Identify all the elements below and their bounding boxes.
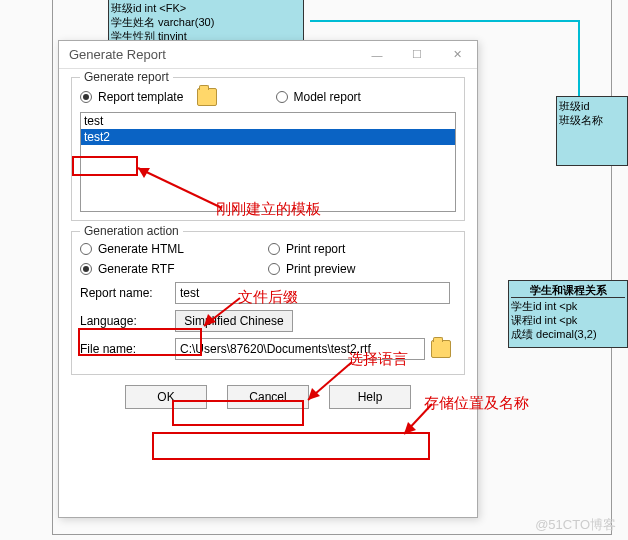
db-entity-student: 班级id int <FK> 学生姓名 varchar(30) 学生性别 tiny…: [108, 0, 304, 43]
minimize-button[interactable]: —: [357, 41, 397, 69]
db-row: 成绩 decimal(3,2): [511, 327, 625, 341]
db-row: 班级id int <FK>: [111, 1, 301, 15]
radio-label: Model report: [294, 90, 361, 104]
db-row: 课程id int <pk: [511, 313, 625, 327]
db-row: 学生id int <pk: [511, 299, 625, 313]
ok-button[interactable]: OK: [125, 385, 207, 409]
db-row: 班级id: [559, 99, 625, 113]
db-row: 班级名称: [559, 113, 625, 127]
maximize-button[interactable]: ☐: [397, 41, 437, 69]
report-name-label: Report name:: [80, 286, 175, 300]
file-name-input[interactable]: [175, 338, 425, 360]
dialog-title: Generate Report: [69, 47, 166, 62]
radio-print-preview[interactable]: [268, 263, 280, 275]
db-entity-title: 学生和课程关系: [511, 283, 625, 298]
list-item[interactable]: test2: [81, 129, 455, 145]
browse-folder-icon[interactable]: [431, 340, 451, 358]
language-label: Language:: [80, 314, 175, 328]
report-name-input[interactable]: [175, 282, 450, 304]
db-entity-class: 班级id 班级名称: [556, 96, 628, 166]
generation-action-group: Generation action Generate HTML Print re…: [71, 231, 465, 375]
db-row: 学生姓名 varchar(30): [111, 15, 301, 29]
db-entity-relation: 学生和课程关系 学生id int <pk 课程id int <pk 成绩 dec…: [508, 280, 628, 348]
list-item[interactable]: test: [81, 113, 455, 129]
relation-arrow: [578, 20, 580, 98]
radio-label: Print preview: [286, 262, 355, 276]
help-button[interactable]: Help: [329, 385, 411, 409]
radio-report-template[interactable]: [80, 91, 92, 103]
language-input[interactable]: [175, 310, 293, 332]
radio-generate-html[interactable]: [80, 243, 92, 255]
watermark: @51CTO博客: [535, 516, 616, 534]
file-name-label: File name:: [80, 342, 175, 356]
template-listbox[interactable]: test test2: [80, 112, 456, 212]
relation-line: [310, 20, 580, 22]
dialog-titlebar[interactable]: Generate Report — ☐ ✕: [59, 41, 477, 69]
cancel-button[interactable]: Cancel: [227, 385, 309, 409]
radio-label: Report template: [98, 90, 183, 104]
folder-icon[interactable]: [197, 88, 217, 106]
close-button[interactable]: ✕: [437, 41, 477, 69]
group-legend: Generate report: [80, 70, 173, 84]
generate-report-dialog: Generate Report — ☐ ✕ Generate report Re…: [58, 40, 478, 518]
radio-model-report[interactable]: [276, 91, 288, 103]
generate-report-group: Generate report Report template Model re…: [71, 77, 465, 221]
radio-generate-rtf[interactable]: [80, 263, 92, 275]
radio-label: Print report: [286, 242, 345, 256]
radio-print-report[interactable]: [268, 243, 280, 255]
group-legend: Generation action: [80, 224, 183, 238]
radio-label: Generate HTML: [98, 242, 184, 256]
radio-label: Generate RTF: [98, 262, 174, 276]
